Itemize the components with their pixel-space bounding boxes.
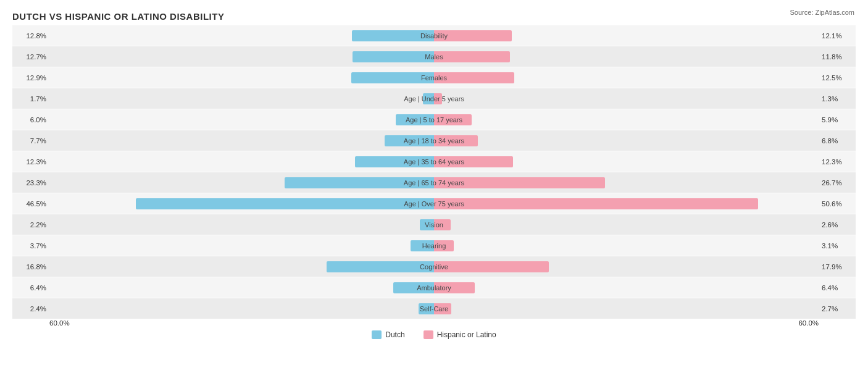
bar-row: 1.7%Age | Under 5 years1.3% [12,88,856,109]
bar-hispanic [434,177,605,188]
bar-hispanic [434,198,758,209]
bar-dutch [352,30,434,41]
bar-dutch [285,177,434,188]
bar-hispanic [434,261,549,272]
legend: Dutch Hispanic or Latino [12,330,856,339]
bar-right-container [434,260,819,274]
bar-right-value: 50.6% [819,200,856,208]
bar-right-container [434,281,819,295]
axis-right-label: 60.0% [798,319,856,327]
bar-right-value: 2.7% [819,305,856,313]
bar-dutch [351,72,434,83]
bar-right-value: 12.1% [819,32,856,40]
legend-box-hispanic [424,330,433,339]
bar-right-value: 6.8% [819,137,856,145]
bar-section: Self-Care [49,298,819,319]
bar-row: 12.8%Disability12.1% [12,25,856,46]
bar-left-value: 46.5% [12,200,49,208]
bar-hispanic [434,156,513,167]
bar-section: Disability [49,25,819,46]
bar-section: Hearing [49,235,819,256]
bar-dutch [396,114,434,125]
bar-section: Age | 65 to 74 years [49,172,819,193]
bar-row: 6.4%Ambulatory6.4% [12,277,856,298]
bar-hispanic [434,114,472,125]
bar-row: 12.3%Age | 35 to 64 years12.3% [12,151,856,172]
bar-right-value: 12.5% [819,74,856,82]
bar-right-container [434,134,819,148]
bar-right-value: 26.7% [819,179,856,187]
bar-row: 23.3%Age | 65 to 74 years26.7% [12,172,856,193]
bar-right-container [434,176,819,190]
bar-left-container [49,113,434,127]
bar-right-container [434,302,819,316]
bar-row: 2.4%Self-Care2.7% [12,298,856,319]
bar-hispanic [434,72,514,83]
bar-section: Vision [49,214,819,235]
chart-container: DUTCH VS HISPANIC OR LATINO DISABILITY S… [0,0,868,378]
axis-left-label: 60.0% [12,319,70,327]
legend-item-dutch: Dutch [372,330,404,339]
bar-row: 12.9%Females12.5% [12,67,856,88]
bar-dutch [385,135,434,146]
bar-left-container [49,281,434,295]
bar-row: 12.7%Males11.8% [12,46,856,67]
bar-hispanic [434,219,451,230]
bar-right-value: 6.4% [819,284,856,292]
bar-section: Age | 18 to 34 years [49,130,819,151]
bar-section: Females [49,67,819,88]
bar-right-container [434,113,819,127]
bar-right-container [434,197,819,211]
bar-right-value: 17.9% [819,263,856,271]
bar-dutch [136,198,434,209]
bar-left-value: 2.2% [12,221,49,229]
bar-right-value: 11.8% [819,53,856,61]
bar-left-value: 6.0% [12,116,49,124]
bar-left-container [49,260,434,274]
bar-hispanic [434,135,478,146]
bar-section: Cognitive [49,256,819,277]
bar-right-value: 2.6% [819,221,856,229]
legend-item-hispanic: Hispanic or Latino [424,330,496,339]
bar-right-container [434,29,819,43]
bar-hispanic [434,303,451,314]
bar-left-container [49,29,434,43]
bar-section: Age | 5 to 17 years [49,109,819,130]
bar-row: 16.8%Cognitive17.9% [12,256,856,277]
bar-section: Males [49,46,819,67]
bar-left-value: 1.7% [12,95,49,103]
bar-section: Age | 35 to 64 years [49,151,819,172]
bar-hispanic [434,30,512,41]
bar-section: Ambulatory [49,277,819,298]
legend-label-hispanic: Hispanic or Latino [437,330,496,339]
bar-dutch [355,156,434,167]
bar-left-value: 12.7% [12,53,49,61]
bar-right-value: 1.3% [819,95,856,103]
bar-left-value: 12.8% [12,32,49,40]
bar-right-container [434,239,819,253]
axis-labels: 60.0% 60.0% [12,319,856,327]
bar-right-value: 3.1% [819,242,856,250]
legend-label-dutch: Dutch [385,330,404,339]
bar-hispanic [434,93,442,104]
bar-right-container [434,218,819,232]
bar-right-container [434,50,819,64]
bar-left-value: 12.3% [12,158,49,166]
bar-left-container [49,50,434,64]
bar-left-container [49,92,434,106]
bar-right-container [434,155,819,169]
bar-dutch [423,93,434,104]
bar-right-container [434,71,819,85]
bar-left-value: 12.9% [12,74,49,82]
bar-left-container [49,176,434,190]
bar-left-value: 23.3% [12,179,49,187]
bars-area: 12.8%Disability12.1%12.7%Males11.8%12.9%… [12,25,856,319]
bar-left-container [49,197,434,211]
bar-row: 3.7%Hearing3.1% [12,235,856,256]
bar-right-value: 5.9% [819,116,856,124]
bar-row: 46.5%Age | Over 75 years50.6% [12,193,856,214]
bar-left-container [49,134,434,148]
bar-section: Age | Over 75 years [49,193,819,214]
bar-dutch [353,51,434,62]
bar-hispanic [434,282,475,293]
